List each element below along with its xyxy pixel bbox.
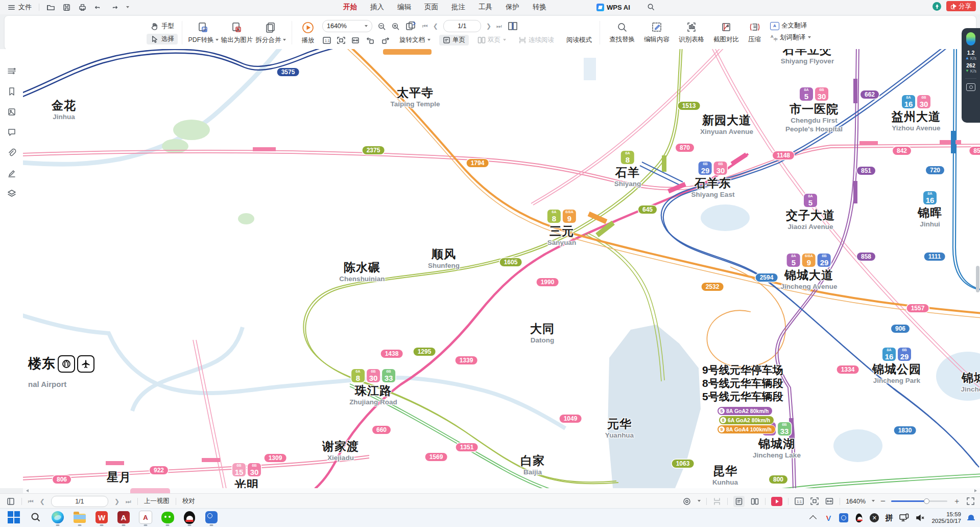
pdf-page-metro-map[interactable]: 楼东 nal Airport 9号线元华停车场8号线元华车辆段5号线元华车辆段 … [23,49,980,488]
annotate-pen-icon[interactable] [7,169,16,178]
zoom-slider-knob[interactable] [924,498,929,504]
page-organize-icon[interactable] [405,21,417,31]
wechat-button[interactable] [161,511,174,524]
split-merge-button[interactable]: 拆分合并 [254,21,288,44]
tab-工具[interactable]: 工具 [479,3,492,12]
accelerator-ball-icon[interactable] [966,32,975,45]
start-button[interactable] [7,511,20,524]
zoom-slider[interactable] [891,500,947,502]
rotate-right-icon[interactable] [380,36,391,44]
toc-settings-icon[interactable] [7,66,16,76]
net-speed-widget[interactable]: 1.2 ▲K/s 262 ▼K/s [962,28,980,123]
notification-bell-icon[interactable] [967,514,975,522]
share-button[interactable]: 分享 [946,1,976,11]
prev-page-button[interactable]: ❮ [433,22,438,30]
tab-开始[interactable]: 开始 [343,3,357,12]
tab-编辑[interactable]: 编辑 [397,3,411,12]
search-icon[interactable] [647,3,655,11]
screenshot-compare-button[interactable]: 截图对比 [713,21,739,44]
proofread-button[interactable]: 校对 [182,497,195,506]
autocad-2010-button[interactable]: A [139,511,152,524]
rotate-left-icon[interactable] [365,36,375,44]
select-tool-button[interactable]: 选择 [147,34,178,44]
scroll-left-arrow-icon[interactable] [26,489,29,492]
fit-width-icon[interactable] [825,497,834,506]
hand-tool-button[interactable]: 手型 [147,21,178,32]
last-page-button[interactable]: ⏭ [126,498,131,505]
open-folder-icon[interactable] [46,3,55,12]
tray-close-app-icon[interactable]: ✕ [870,513,879,522]
tab-插入[interactable]: 插入 [370,3,384,12]
edit-content-button[interactable]: 编辑内容 [644,21,670,44]
wps-office-button[interactable]: W [95,511,108,524]
first-page-button[interactable]: ⏮ [422,22,428,30]
file-menu[interactable]: 文件 [7,3,32,12]
tray-v-app-icon[interactable]: V [824,513,833,522]
next-page-button[interactable]: ❯ [114,498,119,505]
wps-ai-button[interactable]: WPS AI [596,2,630,12]
layers-icon[interactable] [7,189,16,198]
last-page-button[interactable]: ⏭ [496,22,502,30]
pdf-convert-button[interactable]: W PDF转换 [186,21,220,44]
first-page-button[interactable]: ⏮ [28,498,34,505]
more-actions-chevron[interactable] [126,6,129,9]
tray-qq-icon[interactable] [856,515,863,521]
display-cast-icon[interactable] [899,513,909,522]
prev-view-button[interactable]: 上一视图 [144,497,170,506]
thumbnail-icon[interactable] [7,107,16,117]
scroll-right-arrow-icon[interactable] [974,489,977,492]
double-page-button[interactable]: 双页 [474,35,510,45]
play-button[interactable]: 播放 [296,21,320,45]
page-indicator[interactable]: 1/1 [443,20,481,32]
prev-page-button[interactable]: ❮ [40,498,45,505]
tray-expand-chevron[interactable] [808,513,818,522]
page-indicator[interactable]: 1/1 [51,496,108,507]
qq-button[interactable] [183,511,196,524]
zoom-in-icon[interactable] [391,22,400,31]
print-icon[interactable] [78,3,87,12]
tray-nav-app-icon[interactable] [839,513,848,522]
slideshow-play-button[interactable] [771,497,782,506]
tab-页面[interactable]: 页面 [424,3,438,12]
zoom-in-button[interactable]: ＋ [953,496,961,506]
view-options-icon[interactable] [682,497,691,506]
continuous-read-button[interactable]: 连续阅读 [515,35,558,45]
bookmark-icon[interactable] [7,87,16,96]
export-image-button[interactable]: 输出为图片 [220,21,254,44]
screenshot-tool-icon[interactable] [966,83,975,91]
next-page-button[interactable]: ❯ [486,22,491,30]
tab-转换[interactable]: 转换 [533,3,546,12]
zoom-out-button[interactable]: − [880,496,886,507]
zoom-value[interactable]: 1640% [846,498,866,505]
word-translate-button[interactable]: A中 划词翻译 [770,33,811,42]
file-explorer-button[interactable] [73,511,86,524]
clock[interactable]: 15:59 2025/10/17 [931,511,961,524]
single-page-button[interactable]: 单页 [439,35,469,45]
zoom-select[interactable]: 1640% [322,20,372,32]
attachment-icon[interactable] [7,148,16,157]
fit-width-icon[interactable] [351,36,360,44]
continuous-read-icon[interactable] [712,497,722,506]
nav-app-button[interactable] [205,511,218,524]
taskbar-search-button[interactable] [29,511,42,524]
autocad-button[interactable]: A [117,511,130,524]
find-replace-button[interactable]: 查找替换 [609,21,635,44]
actual-size-icon[interactable]: 1:1 [322,36,331,44]
table-ocr-button[interactable]: 识别表格 [679,21,704,44]
single-page-button[interactable] [733,496,745,507]
fit-page-icon[interactable] [810,497,819,506]
zoom-out-icon[interactable] [377,22,386,31]
save-icon[interactable] [62,3,71,12]
compress-button[interactable]: 压缩 [748,21,761,44]
horizontal-scrollbar[interactable] [23,488,980,493]
panel-toggle-icon[interactable] [6,497,15,506]
edge-browser-button[interactable] [51,511,64,524]
fullscreen-icon[interactable] [966,497,975,506]
undo-icon[interactable] [94,3,103,12]
full-translate-button[interactable]: A 全文翻译 [770,21,811,30]
read-mode-button[interactable]: 阅读模式 [563,35,595,45]
rotate-doc-button[interactable]: 旋转文档 [396,35,434,45]
actual-size-icon[interactable]: 1:1 [794,497,804,506]
member-upgrade-icon[interactable] [933,2,941,11]
fit-page-icon[interactable] [337,36,346,44]
